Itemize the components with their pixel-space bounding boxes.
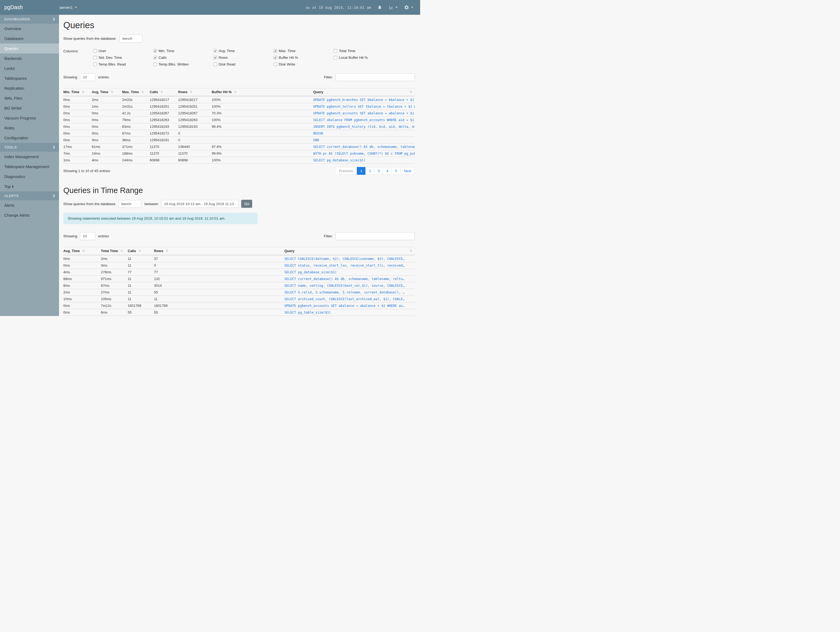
page-size-input-2[interactable] [80, 232, 96, 240]
column-checkbox[interactable] [274, 49, 277, 52]
column-header[interactable]: Query⇅ [313, 88, 415, 97]
column-header[interactable]: Rows⇅ [178, 88, 212, 97]
column-toggle[interactable]: Total Time [334, 49, 394, 53]
query-link[interactable]: END [313, 137, 415, 143]
sidebar-item[interactable]: Overview [0, 24, 59, 33]
column-toggle[interactable]: Local Buffer Hit % [334, 55, 394, 60]
column-checkbox[interactable] [153, 63, 157, 66]
sidebar-item[interactable]: Tablespace Management [0, 162, 59, 171]
filter-input[interactable] [335, 73, 415, 81]
settings-menu-button[interactable] [404, 5, 413, 10]
sidebar-item[interactable]: Configuration [0, 133, 59, 143]
sidebar-item[interactable]: Queries [0, 43, 59, 54]
sidebar-item[interactable]: Tablespaces [0, 73, 59, 83]
column-checkbox[interactable] [213, 63, 217, 66]
column-toggle[interactable]: Min. Time [153, 49, 213, 53]
column-header[interactable]: Min. Time⇅ [63, 88, 92, 97]
sidebar-item[interactable]: Alerts [0, 200, 59, 210]
sidebar-item[interactable]: Locks [0, 63, 59, 73]
pagination-next[interactable]: Next [400, 167, 415, 175]
sidebar-item[interactable]: Diagnostics [0, 171, 59, 182]
column-checkbox[interactable] [93, 56, 97, 59]
sidebar-item[interactable]: Roles [0, 123, 59, 133]
sidebar-item[interactable]: Databases [0, 33, 59, 43]
pagination-page-3[interactable]: 3 [374, 167, 384, 175]
pagination-previous[interactable]: Previous [335, 167, 357, 175]
app-logo[interactable]: pgDash [0, 4, 55, 11]
column-toggle[interactable]: User [93, 49, 153, 53]
column-toggle[interactable]: Disk Write [274, 62, 334, 66]
column-header[interactable]: Max. Time⇅ [122, 88, 150, 97]
column-toggle[interactable]: Temp Blks. Read [93, 62, 153, 66]
sidebar-section-alerts[interactable]: ALERTS [0, 192, 59, 200]
column-checkbox[interactable] [93, 49, 97, 52]
column-toggle[interactable]: Avg. Time [213, 49, 274, 53]
page-size-input[interactable] [80, 73, 96, 81]
query-link[interactable]: SELECT name, setting, COALESCE(boot_val,… [284, 282, 415, 289]
query-link[interactable]: SELECT archived_count, COALESCE(last_arc… [284, 296, 415, 302]
go-button[interactable]: Go [241, 200, 252, 208]
column-header[interactable]: Calls⇅ [128, 247, 154, 255]
query-link[interactable]: BEGIN [313, 130, 415, 137]
time-range-input[interactable] [161, 200, 238, 208]
sidebar-item[interactable]: BG Writer [0, 103, 59, 113]
query-link[interactable]: SELECT checkpoints_timed, checkpoints_re… [284, 316, 415, 316]
query-link[interactable]: WITH pc AS (SELECT pubname, COUNT(*) AS … [313, 150, 415, 157]
column-checkbox[interactable] [153, 49, 157, 52]
column-toggle[interactable]: Calls [153, 55, 213, 60]
column-toggle[interactable]: Buffer Hit % [274, 55, 334, 60]
sidebar-section-dashboards[interactable]: DASHBOARDS [0, 15, 59, 24]
query-link[interactable]: SELECT current_database() AS db, scheman… [284, 276, 415, 282]
column-header[interactable]: Total Time⇅ [101, 247, 128, 255]
column-header[interactable]: Calls⇅ [150, 88, 178, 97]
query-link[interactable]: SELECT pg_table_size($1) [284, 309, 415, 316]
column-toggle[interactable]: Max. Time [274, 49, 334, 53]
notifications-button[interactable] [377, 5, 382, 10]
column-checkbox[interactable] [153, 56, 157, 59]
column-checkbox[interactable] [213, 49, 217, 52]
query-link[interactable]: SELECT S.relid, S.schemaname, S.relname,… [284, 289, 415, 296]
charts-menu-button[interactable] [388, 5, 398, 10]
pagination-page-5[interactable]: 5 [392, 167, 401, 175]
filter-input-2[interactable] [335, 232, 415, 240]
query-link[interactable]: SELECT pg_database_size($1) [313, 157, 415, 163]
pagination-page-4[interactable]: 4 [383, 167, 392, 175]
column-header[interactable]: Rows⇅ [154, 247, 284, 255]
column-toggle[interactable]: Disk Read [213, 62, 274, 66]
sidebar-item[interactable]: Backends [0, 54, 59, 63]
column-checkbox[interactable] [93, 63, 97, 66]
sidebar-section-tools[interactable]: TOOLS [0, 143, 59, 152]
query-link[interactable]: SELECT abalance FROM pgbench_accounts WH… [313, 117, 415, 123]
column-checkbox[interactable] [274, 56, 277, 59]
query-link[interactable]: UPDATE pgbench_accounts SET abalance = a… [313, 110, 415, 117]
server-selector[interactable]: server1 [55, 5, 77, 10]
query-link[interactable]: SELECT COALESCE(datname, $2), COALESCE(u… [284, 255, 415, 262]
column-header[interactable]: Query⇅ [284, 247, 415, 255]
column-checkbox[interactable] [334, 49, 337, 52]
column-toggle[interactable]: Rows [213, 55, 274, 60]
pagination-page-1[interactable]: 1 [357, 167, 366, 175]
sidebar-item[interactable]: Change Alerts [0, 210, 59, 220]
query-link[interactable]: SELECT pg_database_size($1) [284, 269, 415, 276]
sidebar-item[interactable]: Index Management [0, 152, 59, 162]
column-header[interactable]: Buffer Hit %⇅ [212, 88, 313, 97]
column-checkbox[interactable] [213, 56, 217, 59]
query-link[interactable]: UPDATE pgbench_tellers SET tbalance = tb… [313, 103, 415, 110]
query-link[interactable]: INSERT INTO pgbench_history (tid, bid, a… [313, 123, 415, 130]
column-toggle[interactable]: Std. Dev. Time [93, 55, 153, 60]
column-checkbox[interactable] [274, 63, 277, 66]
sidebar-item[interactable]: Top k [0, 182, 59, 192]
sidebar-item[interactable]: WAL Files [0, 93, 59, 103]
sidebar-item[interactable]: Replication [0, 83, 59, 93]
sidebar-item[interactable]: Vacuum Progress [0, 113, 59, 123]
query-link[interactable]: UPDATE pgbench_accounts SET abalance = a… [284, 302, 415, 309]
database-input-2[interactable] [118, 200, 141, 208]
column-header[interactable]: Avg. Time⇅ [63, 247, 101, 255]
query-link[interactable]: SELECT status, receive_start_lsn, receiv… [284, 262, 415, 269]
column-checkbox[interactable] [334, 56, 337, 59]
column-toggle[interactable]: Temp Blks. Written [153, 62, 213, 66]
query-link[interactable]: SELECT current_database() AS db, scheman… [313, 143, 415, 150]
column-header[interactable]: Avg. Time⇅ [92, 88, 122, 97]
query-link[interactable]: UPDATE pgbench_branches SET bbalance = b… [313, 96, 415, 103]
database-input[interactable] [119, 35, 142, 43]
